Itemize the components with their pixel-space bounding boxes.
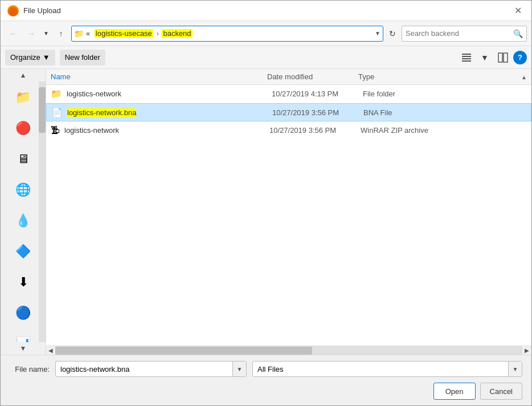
sidebar-icon-8: 📊 bbox=[15, 336, 31, 342]
file-name-3: logistics-network bbox=[64, 126, 269, 135]
sidebar: ▲ 📁 🔴 🖥 🌐 💧 🔷 bbox=[1, 69, 46, 355]
sidebar-item-3[interactable]: 🌐 bbox=[6, 175, 40, 205]
file-name-1: logistics-network bbox=[67, 90, 272, 98]
file-name-label: File name: bbox=[10, 365, 50, 373]
address-folder-icon: 📁 bbox=[74, 29, 84, 38]
svg-rect-0 bbox=[462, 54, 471, 55]
firefox-icon bbox=[7, 5, 19, 17]
h-scrollbar[interactable]: ◀ ▶ bbox=[46, 346, 531, 355]
file-row-2[interactable]: 📄 logistics-network.bna 10/27/2019 3:56 … bbox=[46, 103, 531, 121]
pane-icon bbox=[498, 52, 508, 63]
sidebar-icon-7: 🔵 bbox=[15, 306, 31, 320]
title-bar: File Upload ✕ bbox=[1, 1, 531, 21]
sidebar-scroll-down[interactable]: ▼ bbox=[1, 342, 46, 355]
breadcrumb-prefix: « bbox=[86, 29, 90, 38]
refresh-button[interactable]: ↻ bbox=[386, 27, 399, 40]
new-folder-button[interactable]: New folder bbox=[60, 50, 105, 66]
svg-rect-5 bbox=[504, 53, 508, 62]
title-bar-left: File Upload bbox=[7, 5, 61, 17]
help-button[interactable]: ? bbox=[513, 51, 527, 64]
file-list-area: Name ▲ Date modified Type 📁 logistics-ne… bbox=[46, 69, 531, 355]
sidebar-icon-1: 🔴 bbox=[15, 121, 31, 136]
col-name[interactable]: Name bbox=[51, 72, 267, 81]
breadcrumb-current: backend bbox=[162, 29, 192, 38]
file-type-dropdown-button[interactable]: ▼ bbox=[508, 362, 522, 376]
search-box[interactable]: 🔍 bbox=[402, 26, 527, 42]
address-dropdown-arrow[interactable]: ▼ bbox=[375, 30, 380, 36]
sidebar-icon-2: 🖥 bbox=[17, 152, 30, 167]
col-type[interactable]: Type bbox=[358, 72, 527, 81]
forward-button[interactable]: → bbox=[23, 26, 39, 42]
nav-history-dropdown[interactable]: ▼ bbox=[42, 26, 51, 42]
action-buttons: Open Cancel bbox=[433, 383, 522, 400]
file-type-container[interactable]: ▼ bbox=[252, 361, 522, 377]
sidebar-icon-5: 🔷 bbox=[15, 244, 31, 259]
file-type-1: File folder bbox=[363, 90, 527, 98]
open-button[interactable]: Open bbox=[433, 383, 476, 400]
sidebar-icon-0: 📁 bbox=[15, 90, 31, 105]
sidebar-icon-3: 🌐 bbox=[15, 182, 31, 197]
file-icon-1: 📁 bbox=[51, 88, 62, 99]
file-type-field[interactable] bbox=[253, 365, 508, 373]
col-date[interactable]: Date modified bbox=[267, 72, 358, 81]
sidebar-scroll-up[interactable]: ▲ bbox=[1, 69, 46, 82]
h-scroll-right-btn[interactable]: ▶ bbox=[522, 346, 531, 355]
sidebar-icon-6: ⬇ bbox=[18, 275, 28, 290]
close-button[interactable]: ✕ bbox=[511, 4, 525, 18]
svg-rect-4 bbox=[498, 53, 502, 62]
file-date-2: 10/27/2019 3:56 PM bbox=[272, 108, 363, 117]
address-bar[interactable]: 📁 « logistics-usecase › backend ▼ bbox=[71, 26, 383, 42]
file-list: 📁 logistics-network 10/27/2019 4:13 PM F… bbox=[46, 85, 531, 346]
search-icon: 🔍 bbox=[513, 29, 523, 38]
file-row-3[interactable]: 🗜 logistics-network 10/27/2019 3:56 PM W… bbox=[46, 121, 531, 140]
sidebar-item-0[interactable]: 📁 bbox=[6, 83, 40, 112]
details-view-button[interactable] bbox=[459, 50, 474, 66]
file-upload-dialog: File Upload ✕ ← → ▼ ↑ 📁 « logistics-usec… bbox=[0, 0, 532, 406]
h-scroll-thumb bbox=[55, 347, 312, 355]
file-row-1[interactable]: 📁 logistics-network 10/27/2019 4:13 PM F… bbox=[46, 85, 531, 103]
sidebar-item-5[interactable]: 🔷 bbox=[6, 237, 40, 266]
pane-button[interactable] bbox=[495, 50, 511, 66]
toolbar-right: ▼ ? bbox=[459, 50, 527, 66]
column-header: Name ▲ Date modified Type bbox=[46, 69, 531, 85]
breadcrumb: « logistics-usecase › backend bbox=[86, 29, 373, 38]
file-name-field[interactable] bbox=[56, 365, 232, 373]
sidebar-scrollbar-thumb bbox=[39, 87, 46, 133]
file-name-2: logistics-network.bna bbox=[67, 108, 272, 117]
file-type-2: BNA File bbox=[363, 108, 526, 117]
svg-rect-3 bbox=[462, 60, 471, 62]
sidebar-item-6[interactable]: ⬇ bbox=[6, 267, 40, 297]
sidebar-item-7[interactable]: 🔵 bbox=[6, 298, 40, 328]
svg-rect-1 bbox=[462, 56, 471, 57]
sidebar-item-8[interactable]: 📊 bbox=[6, 329, 40, 342]
back-button[interactable]: ← bbox=[5, 26, 21, 42]
dialog-title: File Upload bbox=[23, 6, 61, 15]
file-icon-2: 📄 bbox=[51, 107, 63, 118]
organize-dropdown-icon: ▼ bbox=[43, 53, 50, 62]
breadcrumb-spacer bbox=[91, 29, 93, 38]
h-scroll-left-btn[interactable]: ◀ bbox=[46, 346, 55, 355]
organize-button[interactable]: Organize ▼ bbox=[5, 50, 55, 66]
view-dropdown-button[interactable]: ▼ bbox=[477, 50, 493, 66]
file-name-input-container[interactable]: ▼ bbox=[55, 361, 247, 377]
search-input[interactable] bbox=[406, 29, 511, 38]
h-scroll-track[interactable] bbox=[55, 346, 522, 355]
main-area: ▲ 📁 🔴 🖥 🌐 💧 🔷 bbox=[1, 69, 531, 355]
up-button[interactable]: ↑ bbox=[53, 26, 69, 42]
sidebar-item-4[interactable]: 💧 bbox=[6, 206, 40, 236]
file-type-3: WinRAR ZIP archive bbox=[361, 126, 527, 135]
organize-label: Organize bbox=[10, 53, 40, 62]
sidebar-item-2[interactable]: 🖥 bbox=[6, 144, 40, 174]
sidebar-item-1[interactable]: 🔴 bbox=[6, 113, 40, 143]
svg-rect-2 bbox=[462, 58, 471, 59]
bottom-row-2: Open Cancel bbox=[10, 383, 522, 400]
nav-bar: ← → ▼ ↑ 📁 « logistics-usecase › backend … bbox=[1, 21, 531, 46]
sidebar-scrollbar[interactable] bbox=[39, 82, 46, 342]
file-icon-3: 🗜 bbox=[51, 125, 60, 136]
cancel-button[interactable]: Cancel bbox=[480, 383, 522, 400]
file-name-dropdown-button[interactable]: ▼ bbox=[232, 362, 246, 376]
help-icon: ? bbox=[518, 53, 522, 62]
new-folder-label: New folder bbox=[65, 53, 100, 62]
sort-arrow: ▲ bbox=[521, 74, 527, 80]
file-date-3: 10/27/2019 3:56 PM bbox=[269, 126, 361, 135]
